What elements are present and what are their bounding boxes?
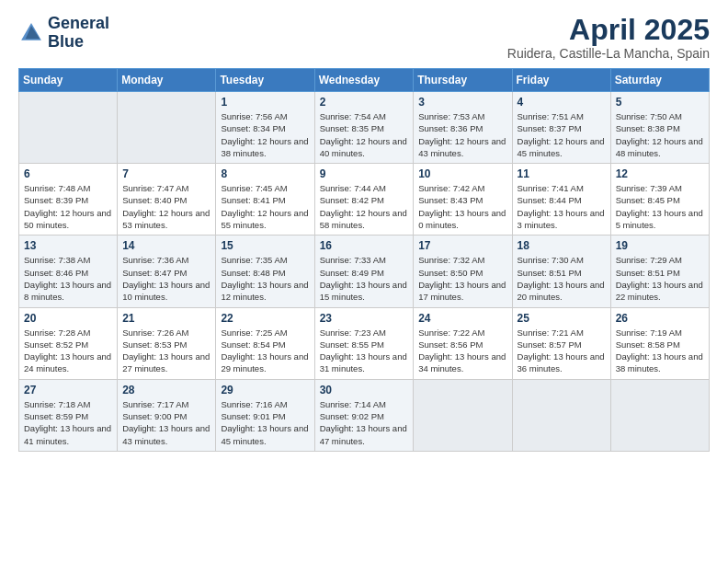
day-number: 5 bbox=[616, 96, 704, 109]
day-info: Sunrise: 7:14 AM Sunset: 9:02 PM Dayligh… bbox=[320, 398, 409, 447]
day-info: Sunrise: 7:17 AM Sunset: 9:00 PM Dayligh… bbox=[122, 398, 210, 447]
calendar-cell: 8Sunrise: 7:45 AM Sunset: 8:41 PM Daylig… bbox=[216, 164, 314, 236]
day-number: 4 bbox=[518, 96, 606, 109]
calendar-header-row: SundayMondayTuesdayWednesdayThursdayFrid… bbox=[19, 69, 710, 92]
day-number: 12 bbox=[616, 167, 704, 180]
calendar-cell: 15Sunrise: 7:35 AM Sunset: 8:48 PM Dayli… bbox=[216, 236, 314, 307]
month-title: April 2025 bbox=[507, 15, 710, 44]
calendar-cell bbox=[118, 92, 216, 164]
calendar-cell: 21Sunrise: 7:26 AM Sunset: 8:53 PM Dayli… bbox=[118, 307, 216, 379]
day-number: 30 bbox=[320, 384, 409, 396]
day-number: 21 bbox=[122, 312, 210, 325]
day-number: 2 bbox=[320, 96, 409, 109]
logo: General Blue bbox=[18, 15, 109, 52]
calendar-cell: 1Sunrise: 7:56 AM Sunset: 8:34 PM Daylig… bbox=[216, 92, 314, 164]
day-number: 8 bbox=[221, 167, 309, 180]
calendar-cell: 19Sunrise: 7:29 AM Sunset: 8:51 PM Dayli… bbox=[610, 236, 709, 307]
day-number: 25 bbox=[518, 312, 606, 325]
day-info: Sunrise: 7:28 AM Sunset: 8:52 PM Dayligh… bbox=[24, 327, 112, 375]
calendar-cell: 27Sunrise: 7:18 AM Sunset: 8:59 PM Dayli… bbox=[19, 379, 118, 451]
day-info: Sunrise: 7:47 AM Sunset: 8:40 PM Dayligh… bbox=[122, 182, 210, 231]
day-number: 10 bbox=[418, 167, 506, 180]
col-header-thursday: Thursday bbox=[414, 69, 512, 92]
calendar-cell: 5Sunrise: 7:50 AM Sunset: 8:38 PM Daylig… bbox=[610, 92, 709, 164]
day-info: Sunrise: 7:33 AM Sunset: 8:49 PM Dayligh… bbox=[320, 254, 409, 303]
day-number: 20 bbox=[24, 312, 112, 325]
day-number: 14 bbox=[122, 239, 210, 252]
day-info: Sunrise: 7:18 AM Sunset: 8:59 PM Dayligh… bbox=[24, 398, 112, 447]
day-info: Sunrise: 7:38 AM Sunset: 8:46 PM Dayligh… bbox=[24, 254, 112, 303]
day-info: Sunrise: 7:16 AM Sunset: 9:01 PM Dayligh… bbox=[221, 398, 309, 447]
location: Ruidera, Castille-La Mancha, Spain bbox=[507, 46, 710, 61]
day-info: Sunrise: 7:19 AM Sunset: 8:58 PM Dayligh… bbox=[616, 327, 704, 375]
calendar-cell: 17Sunrise: 7:32 AM Sunset: 8:50 PM Dayli… bbox=[414, 236, 512, 307]
day-info: Sunrise: 7:21 AM Sunset: 8:57 PM Dayligh… bbox=[518, 327, 606, 375]
day-number: 27 bbox=[24, 384, 112, 396]
calendar-cell: 3Sunrise: 7:53 AM Sunset: 8:36 PM Daylig… bbox=[414, 92, 512, 164]
logo-icon bbox=[18, 20, 44, 46]
day-number: 22 bbox=[221, 312, 309, 325]
calendar-cell: 18Sunrise: 7:30 AM Sunset: 8:51 PM Dayli… bbox=[512, 236, 610, 307]
col-header-tuesday: Tuesday bbox=[216, 69, 314, 92]
calendar-cell: 2Sunrise: 7:54 AM Sunset: 8:35 PM Daylig… bbox=[314, 92, 414, 164]
day-number: 17 bbox=[418, 239, 506, 252]
day-number: 15 bbox=[221, 239, 309, 252]
day-number: 11 bbox=[518, 167, 606, 180]
calendar-week-row: 13Sunrise: 7:38 AM Sunset: 8:46 PM Dayli… bbox=[19, 236, 710, 307]
title-area: April 2025 Ruidera, Castille-La Mancha, … bbox=[507, 15, 710, 61]
calendar-cell: 6Sunrise: 7:48 AM Sunset: 8:39 PM Daylig… bbox=[19, 164, 118, 236]
calendar-cell: 24Sunrise: 7:22 AM Sunset: 8:56 PM Dayli… bbox=[414, 307, 512, 379]
calendar-cell: 7Sunrise: 7:47 AM Sunset: 8:40 PM Daylig… bbox=[118, 164, 216, 236]
calendar-cell: 4Sunrise: 7:51 AM Sunset: 8:37 PM Daylig… bbox=[512, 92, 610, 164]
logo-line2: Blue bbox=[48, 33, 109, 52]
day-info: Sunrise: 7:56 AM Sunset: 8:34 PM Dayligh… bbox=[221, 110, 309, 159]
calendar-cell: 25Sunrise: 7:21 AM Sunset: 8:57 PM Dayli… bbox=[512, 307, 610, 379]
day-number: 1 bbox=[221, 96, 309, 109]
day-info: Sunrise: 7:25 AM Sunset: 8:54 PM Dayligh… bbox=[221, 327, 309, 375]
calendar-cell: 9Sunrise: 7:44 AM Sunset: 8:42 PM Daylig… bbox=[314, 164, 414, 236]
day-info: Sunrise: 7:29 AM Sunset: 8:51 PM Dayligh… bbox=[616, 254, 704, 303]
calendar-cell: 29Sunrise: 7:16 AM Sunset: 9:01 PM Dayli… bbox=[216, 379, 314, 451]
day-number: 7 bbox=[122, 167, 210, 180]
day-number: 13 bbox=[24, 239, 112, 252]
calendar-week-row: 1Sunrise: 7:56 AM Sunset: 8:34 PM Daylig… bbox=[19, 92, 710, 164]
col-header-sunday: Sunday bbox=[19, 69, 118, 92]
day-info: Sunrise: 7:51 AM Sunset: 8:37 PM Dayligh… bbox=[518, 110, 606, 159]
day-info: Sunrise: 7:23 AM Sunset: 8:55 PM Dayligh… bbox=[320, 327, 409, 375]
day-info: Sunrise: 7:44 AM Sunset: 8:42 PM Dayligh… bbox=[320, 182, 409, 231]
calendar-cell: 23Sunrise: 7:23 AM Sunset: 8:55 PM Dayli… bbox=[314, 307, 414, 379]
day-info: Sunrise: 7:26 AM Sunset: 8:53 PM Dayligh… bbox=[122, 327, 210, 375]
col-header-friday: Friday bbox=[512, 69, 610, 92]
calendar-cell: 26Sunrise: 7:19 AM Sunset: 8:58 PM Dayli… bbox=[610, 307, 709, 379]
calendar-cell bbox=[414, 379, 512, 451]
calendar-cell: 13Sunrise: 7:38 AM Sunset: 8:46 PM Dayli… bbox=[19, 236, 118, 307]
col-header-wednesday: Wednesday bbox=[314, 69, 414, 92]
day-info: Sunrise: 7:36 AM Sunset: 8:47 PM Dayligh… bbox=[122, 254, 210, 303]
header: General Blue April 2025 Ruidera, Castill… bbox=[18, 15, 710, 61]
day-number: 18 bbox=[518, 239, 606, 252]
day-number: 3 bbox=[418, 96, 506, 109]
calendar-week-row: 6Sunrise: 7:48 AM Sunset: 8:39 PM Daylig… bbox=[19, 164, 710, 236]
day-info: Sunrise: 7:48 AM Sunset: 8:39 PM Dayligh… bbox=[24, 182, 112, 231]
day-number: 28 bbox=[122, 384, 210, 396]
calendar-cell: 28Sunrise: 7:17 AM Sunset: 9:00 PM Dayli… bbox=[118, 379, 216, 451]
calendar-cell: 30Sunrise: 7:14 AM Sunset: 9:02 PM Dayli… bbox=[314, 379, 414, 451]
day-number: 6 bbox=[24, 167, 112, 180]
calendar-cell: 16Sunrise: 7:33 AM Sunset: 8:49 PM Dayli… bbox=[314, 236, 414, 307]
day-number: 29 bbox=[221, 384, 309, 396]
day-info: Sunrise: 7:39 AM Sunset: 8:45 PM Dayligh… bbox=[616, 182, 704, 231]
calendar-cell: 20Sunrise: 7:28 AM Sunset: 8:52 PM Dayli… bbox=[19, 307, 118, 379]
calendar-cell: 11Sunrise: 7:41 AM Sunset: 8:44 PM Dayli… bbox=[512, 164, 610, 236]
calendar-cell: 12Sunrise: 7:39 AM Sunset: 8:45 PM Dayli… bbox=[610, 164, 709, 236]
day-info: Sunrise: 7:41 AM Sunset: 8:44 PM Dayligh… bbox=[518, 182, 606, 231]
calendar-cell: 22Sunrise: 7:25 AM Sunset: 8:54 PM Dayli… bbox=[216, 307, 314, 379]
calendar-cell bbox=[512, 379, 610, 451]
calendar-cell bbox=[610, 379, 709, 451]
day-info: Sunrise: 7:45 AM Sunset: 8:41 PM Dayligh… bbox=[221, 182, 309, 231]
calendar-cell: 14Sunrise: 7:36 AM Sunset: 8:47 PM Dayli… bbox=[118, 236, 216, 307]
day-info: Sunrise: 7:50 AM Sunset: 8:38 PM Dayligh… bbox=[616, 110, 704, 159]
day-number: 26 bbox=[616, 312, 704, 325]
calendar-cell bbox=[19, 92, 118, 164]
day-info: Sunrise: 7:30 AM Sunset: 8:51 PM Dayligh… bbox=[518, 254, 606, 303]
day-number: 16 bbox=[320, 239, 409, 252]
